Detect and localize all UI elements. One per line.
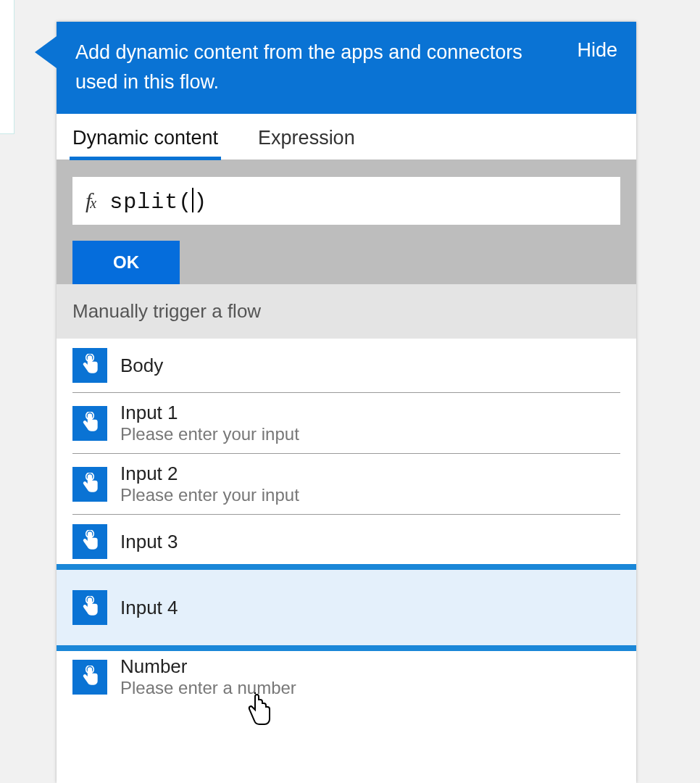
expression-value: split() — [109, 188, 207, 215]
tap-icon — [72, 467, 107, 502]
expression-editor-area: fx split() OK — [57, 160, 636, 284]
list-item-input-4[interactable]: Input 4 — [57, 568, 636, 647]
panel-header: Add dynamic content from the apps and co… — [57, 22, 636, 114]
item-label: Body — [120, 355, 163, 377]
flyout-arrow-icon — [35, 36, 57, 68]
item-label: Input 1 — [120, 402, 299, 424]
ok-button[interactable]: OK — [72, 241, 180, 284]
dynamic-content-panel: Add dynamic content from the apps and co… — [57, 22, 636, 783]
section-header: Manually trigger a flow — [57, 284, 636, 339]
item-label: Input 2 — [120, 463, 299, 485]
fx-icon: fx — [86, 188, 95, 213]
tap-icon — [72, 590, 107, 625]
hide-button[interactable]: Hide — [577, 38, 617, 62]
tab-dynamic-content[interactable]: Dynamic content — [72, 127, 218, 160]
list-item-input-1[interactable]: Input 1 Please enter your input — [57, 393, 636, 453]
item-description: Please enter your input — [120, 424, 299, 444]
tap-icon — [72, 524, 107, 559]
list-item-input-2[interactable]: Input 2 Please enter your input — [57, 454, 636, 514]
list-item-number[interactable]: Number Please enter a number — [57, 647, 636, 707]
tap-icon — [72, 348, 107, 383]
item-label: Input 3 — [120, 531, 178, 553]
panel-description: Add dynamic content from the apps and co… — [75, 38, 539, 96]
item-description: Please enter your input — [120, 485, 299, 505]
tap-icon — [72, 660, 107, 695]
item-label: Input 4 — [120, 597, 178, 619]
prior-panel-remnant — [0, 0, 14, 134]
expression-input[interactable]: fx split() — [72, 177, 620, 225]
tap-icon — [72, 406, 107, 441]
list-item-input-3[interactable]: Input 3 — [57, 515, 636, 568]
item-description: Please enter a number — [120, 678, 296, 698]
tab-expression[interactable]: Expression — [258, 127, 355, 160]
list-item-body[interactable]: Body — [57, 339, 636, 392]
item-label: Number — [120, 655, 296, 678]
tab-bar: Dynamic content Expression — [57, 114, 636, 160]
dynamic-content-list: Body Input 1 Please enter your input Inp… — [57, 339, 636, 707]
